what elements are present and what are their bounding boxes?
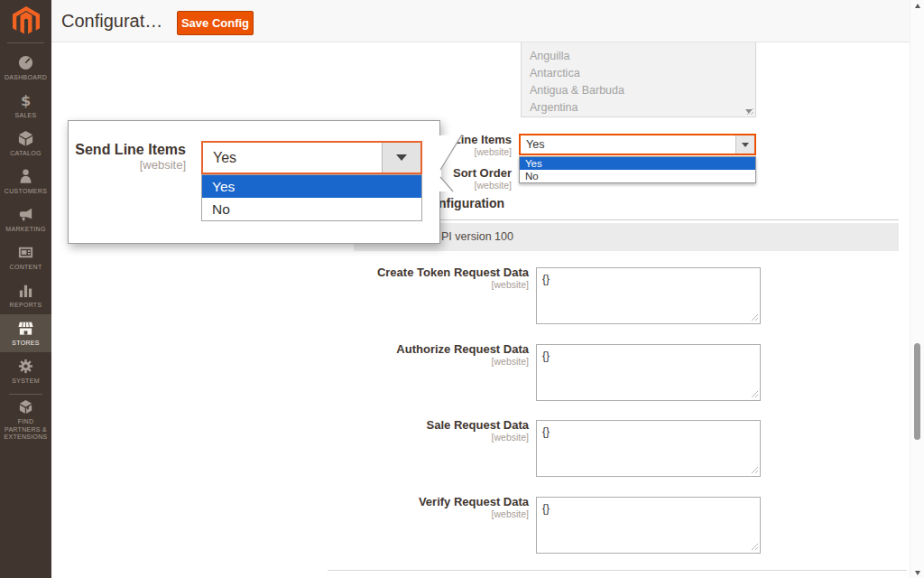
sidebar-nav: DASHBOARD $ SALES CATALOG CUSTOMERS (0, 43, 51, 442)
sidebar-item-catalog[interactable]: CATALOG (0, 125, 51, 163)
section-heading: nfiguration (439, 196, 504, 210)
dropdown-option-no[interactable]: No (202, 198, 421, 220)
verify-request-textarea[interactable]: {} (536, 497, 761, 554)
dashboard-icon (17, 54, 34, 72)
sidebar-item-customers[interactable]: CUSTOMERS (0, 163, 51, 200)
authorize-request-field: {} (536, 344, 761, 401)
sidebar-item-label: SYSTEM (2, 378, 51, 386)
sidebar-item-stores[interactable]: STORES (0, 314, 51, 352)
sidebar-item-label: FIND PARTNERS & EXTENSIONS (2, 418, 51, 442)
content-icon (17, 244, 34, 262)
country-option[interactable]: Anguilla (522, 48, 755, 65)
sidebar-item-label: MARKETING (2, 226, 51, 234)
authorize-request-textarea[interactable]: {} (536, 344, 761, 401)
magento-admin-config-page: DASHBOARD $ SALES CATALOG CUSTOMERS (0, 0, 924, 578)
scrollbar-thumb[interactable] (914, 343, 920, 440)
dropdown-option-no[interactable]: No (520, 170, 755, 182)
sidebar-item-sales[interactable]: $ SALES (0, 87, 51, 125)
send-line-items-dropdown: Yes No (519, 156, 756, 183)
magento-logo-icon[interactable] (0, 0, 51, 42)
sidebar-item-dashboard[interactable]: DASHBOARD (0, 49, 51, 87)
country-option[interactable]: Argentina (522, 99, 755, 117)
dropdown-option-yes[interactable]: Yes (520, 157, 755, 170)
sidebar-item-marketing[interactable]: MARKETING (0, 200, 51, 238)
customers-icon (17, 168, 34, 186)
resize-grip-icon[interactable] (746, 107, 754, 116)
callout-field-label: Send Line Items [website] (69, 141, 186, 173)
country-option[interactable]: Antarctica (522, 65, 755, 82)
stores-icon (17, 320, 34, 338)
sidebar: DASHBOARD $ SALES CATALOG CUSTOMERS (0, 0, 51, 578)
sidebar-item-label: DASHBOARD (2, 74, 51, 82)
sale-request-textarea[interactable]: {} (536, 420, 761, 477)
sale-request-field: {} (536, 420, 761, 477)
sidebar-item-label: CUSTOMERS (2, 188, 51, 196)
catalog-icon (17, 130, 34, 148)
country-multiselect[interactable]: Anguilla Antarctica Antigua & Barbuda Ar… (521, 42, 756, 117)
sidebar-item-label: STORES (2, 340, 51, 348)
sidebar-item-content[interactable]: CONTENT (0, 238, 51, 276)
scroll-down-icon[interactable] (910, 568, 924, 577)
api-version-text: PI version 100 (441, 223, 513, 251)
country-option[interactable]: Antigua & Barbuda (522, 82, 755, 99)
create-token-request-textarea[interactable]: {} (536, 267, 761, 324)
svg-text:$: $ (21, 92, 31, 109)
authorize-request-label: Authorize Request Data [website] (354, 343, 529, 368)
verify-request-field: {} (536, 497, 761, 554)
callout-dropdown: Yes No (201, 174, 422, 221)
sidebar-item-reports[interactable]: REPORTS (0, 276, 51, 314)
select-value: Yes (521, 135, 735, 154)
zoom-callout-popup: Send Line Items [website] Yes Yes No (68, 120, 440, 244)
sidebar-divider (9, 394, 42, 395)
page-header: Configurat… Save Config (51, 0, 910, 42)
system-icon (17, 358, 34, 376)
marketing-icon (17, 206, 34, 224)
create-token-request-field: {} (536, 267, 761, 324)
select-value: Yes (203, 143, 382, 172)
send-line-items-select[interactable]: Yes (519, 134, 756, 155)
reports-icon (17, 282, 34, 300)
chevron-down-icon[interactable] (382, 143, 420, 172)
sidebar-item-label: REPORTS (2, 302, 51, 310)
sale-request-label: Sale Request Data [website] (354, 419, 529, 443)
callout-select[interactable]: Yes (201, 141, 422, 174)
sidebar-item-find-partners[interactable]: FIND PARTNERS & EXTENSIONS (0, 398, 51, 442)
section-bottom-divider (328, 570, 907, 571)
page-title: Configurat… (61, 0, 162, 42)
verify-request-label: Verify Request Data [website] (354, 496, 529, 520)
chevron-down-icon[interactable] (735, 135, 754, 154)
sidebar-item-system[interactable]: SYSTEM (0, 352, 51, 390)
dropdown-option-yes[interactable]: Yes (202, 175, 421, 198)
create-token-request-label: Create Token Request Data [website] (354, 266, 529, 291)
page-scrollbar[interactable] (910, 0, 924, 578)
sidebar-item-label: CONTENT (2, 264, 51, 272)
sales-icon: $ (17, 92, 34, 110)
sidebar-item-label: CATALOG (2, 150, 51, 158)
scroll-up-icon[interactable] (910, 1, 924, 10)
save-config-button[interactable]: Save Config (177, 11, 254, 35)
sidebar-item-label: SALES (2, 112, 51, 120)
find-partners-icon (17, 398, 34, 416)
